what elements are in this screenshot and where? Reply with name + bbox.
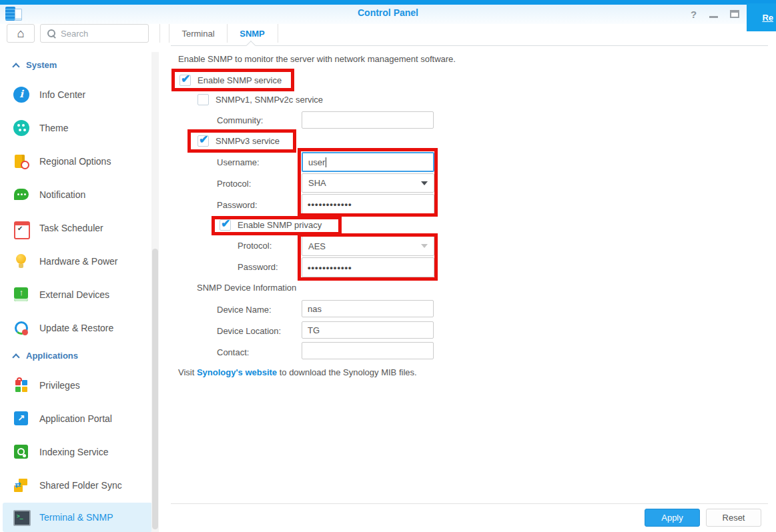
privacy-password-value: •••••••••••• [308, 263, 352, 273]
tab-bottom-border [171, 45, 768, 46]
sidebar-item-label: Terminal & SNMP [39, 512, 113, 523]
sidebar-item-label: Privileges [39, 380, 80, 391]
enable-snmp-privacy-row[interactable]: Enable SNMP privacy [220, 219, 322, 231]
sidebar-item-regional-options[interactable]: Regional Options [3, 145, 152, 177]
search-input[interactable]: Search [40, 24, 149, 43]
maximize-icon[interactable] [730, 10, 739, 18]
chevron-down-icon [421, 244, 428, 248]
snmpv3-service-checkbox[interactable] [198, 135, 209, 147]
sidebar-item-indexing-service[interactable]: Indexing Service [3, 436, 152, 468]
section-label: Applications [26, 351, 78, 361]
footer-divider [171, 503, 768, 504]
chevron-down-icon [421, 181, 428, 185]
re-overlay-button[interactable]: Re [747, 3, 776, 31]
enable-snmp-privacy-checkbox[interactable] [220, 219, 231, 231]
help-icon[interactable]: ? [691, 9, 697, 20]
notification-icon [13, 187, 29, 203]
device-name-value: nas [308, 304, 322, 314]
auth-password-label: Password: [217, 200, 258, 210]
auth-protocol-select[interactable]: SHA [302, 173, 434, 193]
privileges-icon [13, 377, 29, 393]
sidebar-section-system[interactable]: System [13, 60, 57, 70]
theme-icon [13, 120, 29, 136]
enable-snmp-service-row[interactable]: Enable SNMP service [179, 75, 282, 86]
snmpv1-service-row[interactable]: SNMPv1, SNMPv2c service [198, 94, 323, 105]
sidebar-item-label: Regional Options [39, 156, 111, 167]
chevron-up-icon [12, 63, 19, 70]
synology-website-link[interactable]: Synology's website [197, 367, 277, 377]
privacy-protocol-label: Protocol: [238, 241, 272, 251]
tab-terminal[interactable]: Terminal [169, 24, 227, 43]
mib-note-prefix: Visit [178, 367, 197, 377]
home-button[interactable]: ⌂ [7, 24, 35, 43]
sidebar-item-task-scheduler[interactable]: Task Scheduler [3, 212, 152, 244]
reset-button[interactable]: Reset [706, 509, 761, 527]
apply-button[interactable]: Apply [645, 509, 700, 527]
sidebar-item-shared-folder-sync[interactable]: Shared Folder Sync [3, 469, 152, 501]
sidebar-item-privileges[interactable]: Privileges [3, 369, 152, 401]
sidebar-item-application-portal[interactable]: Application Portal [3, 403, 152, 435]
snmpv3-service-row[interactable]: SNMPv3 service [198, 135, 280, 147]
mib-note-suffix: to download the Synology MIB files. [277, 367, 417, 377]
community-label: Community: [217, 115, 263, 125]
device-name-label: Device Name: [217, 305, 272, 315]
sidebar-item-label: Update & Restore [39, 323, 113, 333]
sidebar-item-label: Theme [39, 123, 69, 133]
privacy-password-input[interactable]: •••••••••••• [302, 257, 434, 277]
device-location-label: Device Location: [217, 326, 281, 336]
sidebar-item-label: Application Portal [39, 413, 112, 424]
contact-input[interactable] [302, 342, 434, 359]
device-info-section-title: SNMP Device Information [197, 283, 296, 293]
sidebar-item-notification[interactable]: Notification [3, 179, 152, 211]
sidebar-scrollbar-thumb[interactable] [152, 249, 158, 529]
sidebar-item-label: Info Center [39, 89, 85, 100]
checkbox-label: SNMPv1, SNMPv2c service [216, 95, 323, 105]
tab-snmp[interactable]: SNMP [227, 24, 278, 43]
search-icon [47, 29, 56, 38]
sidebar-item-label: External Devices [39, 289, 109, 300]
mib-note: Visit Synology's website to download the… [178, 367, 417, 377]
snmp-description: Enable SNMP to monitor the server with n… [178, 54, 456, 64]
minimize-icon[interactable] [709, 16, 718, 18]
application-portal-icon [13, 411, 29, 427]
auth-password-input[interactable]: •••••••••••• [302, 194, 434, 214]
sidebar-item-label: Shared Folder Sync [39, 480, 122, 491]
device-location-input[interactable]: TG [302, 321, 434, 339]
sidebar-item-label: Notification [39, 189, 85, 200]
sidebar-item-info-center[interactable]: Info Center [3, 79, 152, 111]
info-center-icon [13, 87, 29, 103]
regional-options-icon [13, 153, 29, 169]
snmpv1-service-checkbox[interactable] [198, 94, 209, 105]
auth-protocol-value: SHA [308, 178, 326, 188]
enable-snmp-service-checkbox[interactable] [179, 75, 191, 86]
hardware-power-icon [13, 253, 29, 269]
sidebar-item-update-restore[interactable]: Update & Restore [3, 312, 152, 344]
username-input[interactable]: user [302, 152, 434, 172]
section-label: System [26, 60, 57, 70]
update-restore-icon [13, 320, 29, 336]
task-scheduler-icon [13, 220, 29, 236]
device-name-input[interactable]: nas [302, 300, 434, 317]
auth-password-value: •••••••••••• [308, 199, 352, 209]
search-placeholder: Search [61, 29, 88, 39]
toolbar-tab-divider [159, 24, 160, 43]
sidebar-item-label: Indexing Service [39, 447, 109, 457]
terminal-snmp-icon [13, 509, 29, 525]
community-input[interactable] [302, 111, 434, 129]
username-label: Username: [217, 157, 260, 167]
sidebar-item-theme[interactable]: Theme [3, 112, 152, 144]
checkbox-label: SNMPv3 service [216, 136, 280, 146]
privacy-protocol-select[interactable]: AES [302, 236, 434, 256]
auth-protocol-label: Protocol: [217, 179, 251, 189]
sidebar-item-terminal-snmp[interactable]: Terminal & SNMP [3, 503, 152, 532]
external-devices-icon [13, 287, 29, 303]
tab-divider [278, 24, 278, 43]
desktop-top-strip [0, 0, 776, 5]
sidebar-item-external-devices[interactable]: External Devices [3, 279, 152, 311]
home-icon: ⌂ [17, 27, 25, 39]
indexing-service-icon [13, 444, 29, 460]
username-value: user [308, 157, 325, 167]
shared-folder-sync-icon [13, 477, 29, 493]
sidebar-item-hardware-power[interactable]: Hardware & Power [3, 245, 152, 277]
sidebar-section-applications[interactable]: Applications [13, 351, 78, 361]
